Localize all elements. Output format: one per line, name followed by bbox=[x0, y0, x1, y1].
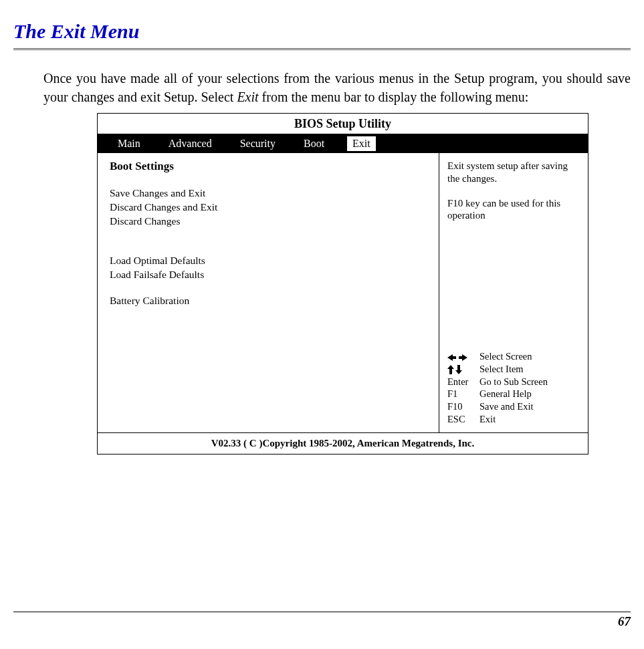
key-row-f1: F1 General Help bbox=[447, 388, 581, 400]
intro-text-2: from the menu bar to display the followi… bbox=[259, 90, 529, 104]
tab-exit[interactable]: Exit bbox=[347, 136, 376, 151]
exit-options-group-2: Load Optimal Defaults Load Failsafe Defa… bbox=[110, 254, 427, 282]
bios-setup-utility-window: BIOS Setup Utility Main Advanced Securit… bbox=[97, 113, 588, 455]
item-save-changes-and-exit[interactable]: Save Changes and Exit bbox=[110, 186, 427, 201]
bios-left-panel: Boot Settings Save Changes and Exit Disc… bbox=[98, 153, 439, 432]
key-row-select-screen: Select Screen bbox=[447, 350, 581, 363]
svg-marker-2 bbox=[447, 365, 454, 374]
bios-tab-bar: Main Advanced Security Boot Exit bbox=[98, 134, 588, 153]
tab-boot[interactable]: Boot bbox=[298, 136, 330, 151]
bios-title: BIOS Setup Utility bbox=[98, 114, 588, 134]
tab-security[interactable]: Security bbox=[235, 136, 281, 151]
heading-rule bbox=[13, 48, 631, 50]
item-load-failsafe-defaults[interactable]: Load Failsafe Defaults bbox=[110, 268, 427, 282]
key-label: Enter bbox=[447, 376, 479, 388]
exit-options-group-1: Save Changes and Exit Discard Changes an… bbox=[110, 186, 427, 229]
key-row-select-item: Select Item bbox=[447, 363, 581, 376]
section-heading: The Exit Menu bbox=[13, 20, 631, 43]
svg-marker-1 bbox=[459, 354, 467, 361]
key-desc: Select Item bbox=[479, 363, 524, 376]
bios-help-panel: Exit system setup after saving the chang… bbox=[439, 153, 588, 432]
item-battery-calibration[interactable]: Battery Calibration bbox=[110, 294, 427, 308]
key-row-esc: ESC Exit bbox=[447, 413, 581, 426]
svg-marker-3 bbox=[455, 365, 462, 374]
key-desc: Select Screen bbox=[479, 350, 532, 363]
panel-title: Boot Settings bbox=[110, 160, 427, 173]
key-desc: Exit bbox=[479, 413, 496, 426]
bios-body: Boot Settings Save Changes and Exit Disc… bbox=[98, 153, 588, 432]
key-label: F10 bbox=[447, 400, 479, 413]
tab-advanced[interactable]: Advanced bbox=[163, 136, 217, 151]
item-load-optimal-defaults[interactable]: Load Optimal Defaults bbox=[110, 254, 427, 268]
item-discard-changes-and-exit[interactable]: Discard Changes and Exit bbox=[110, 201, 427, 215]
page-number: 67 bbox=[13, 612, 631, 629]
key-desc: Save and Exit bbox=[479, 400, 534, 413]
key-label: ESC bbox=[447, 413, 479, 426]
left-right-arrows-icon bbox=[447, 350, 479, 363]
intro-paragraph: Once you have made all of your selection… bbox=[43, 69, 631, 106]
key-row-f10: F10 Save and Exit bbox=[447, 400, 581, 413]
help-line-2: F10 key can be used for this operation bbox=[447, 197, 581, 223]
key-label: F1 bbox=[447, 388, 479, 400]
tab-main[interactable]: Main bbox=[112, 136, 146, 151]
bios-footer: V02.33 ( C )Copyright 1985-2002, America… bbox=[98, 432, 588, 454]
help-description: Exit system setup after saving the chang… bbox=[447, 160, 581, 234]
help-line-1: Exit system setup after saving the chang… bbox=[447, 160, 581, 185]
up-down-arrows-icon bbox=[447, 363, 479, 376]
key-desc: Go to Sub Screen bbox=[479, 376, 548, 388]
key-row-enter: Enter Go to Sub Screen bbox=[447, 376, 581, 388]
key-desc: General Help bbox=[479, 388, 532, 400]
svg-marker-0 bbox=[447, 354, 456, 361]
key-legend: Select Screen Select Item Enter Go to Su… bbox=[447, 350, 581, 426]
item-discard-changes[interactable]: Discard Changes bbox=[110, 215, 427, 229]
exit-options-group-3: Battery Calibration bbox=[110, 294, 427, 308]
intro-exit-word: Exit bbox=[237, 90, 258, 104]
